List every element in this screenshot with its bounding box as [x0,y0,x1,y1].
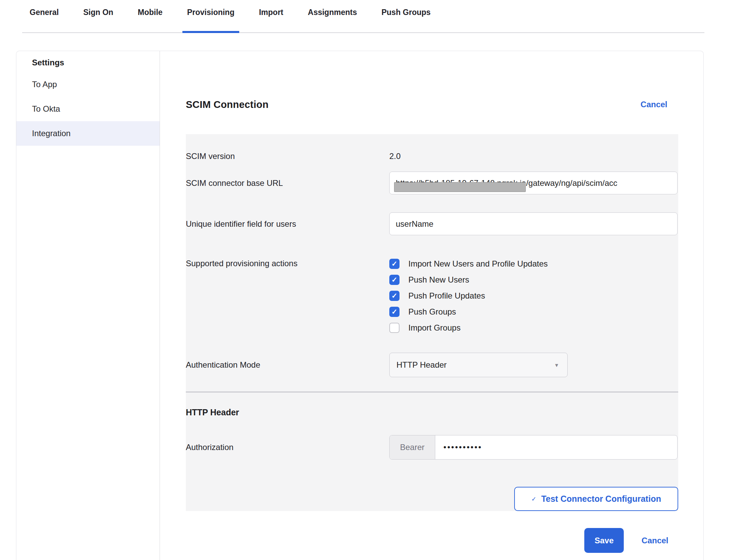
sidebar-item-to-app[interactable]: To App [16,72,160,97]
base-url-value: https://b5bd-185-19-67-148.ngrok.io/gate… [396,178,617,188]
tab-import[interactable]: Import [254,8,288,32]
save-button[interactable]: Save [584,528,624,553]
authentication-mode-label: Authentication Mode [186,360,389,370]
cancel-link-top[interactable]: Cancel [640,100,667,109]
provisioning-card: Settings To App To Okta Integration SCIM… [16,51,704,560]
unique-identifier-input[interactable]: userName [389,212,678,235]
unique-identifier-value: userName [396,219,434,229]
page-title: SCIM Connection [186,99,268,110]
action-import-new-users[interactable]: ✓ Import New Users and Profile Updates [389,256,548,272]
provisioning-actions-list: ✓ Import New Users and Profile Updates ✓… [389,256,548,336]
http-header-title: HTTP Header [186,407,678,417]
checkbox-label: Push New Users [408,275,469,285]
check-icon: ✓ [391,260,397,267]
authentication-mode-value: HTTP Header [396,360,447,370]
checkbox-import-groups[interactable]: ✓ [389,323,400,333]
base-url-label: SCIM connector base URL [186,178,389,188]
bearer-prefix: Bearer [390,435,435,459]
checkbox-push-groups[interactable]: ✓ [389,307,400,317]
checkbox-label: Import Groups [408,323,460,333]
tab-assignments[interactable]: Assignments [303,8,362,32]
heading-row: SCIM Connection Cancel [186,95,667,114]
check-icon: ✓ [391,276,397,283]
tab-mobile[interactable]: Mobile [133,8,167,32]
scim-version-row: SCIM version 2.0 [186,148,678,164]
checkbox-label: Push Profile Updates [408,291,485,301]
settings-sidebar: Settings To App To Okta Integration [16,51,160,560]
checkbox-label: Push Groups [408,307,456,317]
app-tabbar: General Sign On Mobile Provisioning Impo… [22,0,704,33]
authentication-mode-select[interactable]: HTTP Header ▼ [389,353,568,377]
action-push-groups[interactable]: ✓ Push Groups [389,304,548,320]
checkbox-import-new-users[interactable]: ✓ [389,259,400,269]
authorization-label: Authorization [186,443,389,452]
footer-actions: Save Cancel [186,528,678,553]
http-header-panel: HTTP Header Authorization Bearer •••••••… [186,393,678,511]
tab-provisioning[interactable]: Provisioning [182,8,239,32]
sidebar-item-integration[interactable]: Integration [16,121,160,146]
chevron-down-icon: ▼ [554,362,559,368]
checkbox-push-new-users[interactable]: ✓ [389,275,400,285]
scim-version-value: 2.0 [389,151,401,161]
provisioning-actions-label: Supported provisioning actions [186,256,389,268]
tab-sign-on[interactable]: Sign On [79,8,118,32]
cancel-link-bottom[interactable]: Cancel [641,536,668,545]
check-icon: ✓ [391,292,397,299]
check-icon: ✓ [391,308,397,315]
unique-identifier-row: Unique identifier field for users userNa… [186,212,678,235]
authentication-mode-row: Authentication Mode HTTP Header ▼ [186,353,678,377]
sidebar-item-to-okta[interactable]: To Okta [16,97,160,121]
action-push-profile-updates[interactable]: ✓ Push Profile Updates [389,288,548,304]
authorization-input-group: Bearer •••••••••• [389,435,678,460]
scim-connection-main: SCIM Connection Cancel SCIM version 2.0 … [160,51,703,560]
test-connector-configuration-button[interactable]: ✓ Test Connector Configuration [514,487,678,511]
scim-version-label: SCIM version [186,151,389,161]
base-url-row: SCIM connector base URL https://b5bd-185… [186,172,678,194]
provisioning-actions-row: Supported provisioning actions ✓ Import … [186,256,678,336]
check-icon: ✓ [531,495,536,503]
base-url-redacted-segment: https://b5bd-185-19-67-148.ngrok.io [396,178,526,188]
test-button-label: Test Connector Configuration [541,494,661,504]
authorization-row: Authorization Bearer •••••••••• [186,435,678,460]
tab-push-groups[interactable]: Push Groups [377,8,435,32]
base-url-visible-segment: /gateway/ng/api/scim/acc [526,178,617,188]
unique-identifier-label: Unique identifier field for users [186,219,389,229]
app-viewport: General Sign On Mobile Provisioning Impo… [0,0,749,560]
base-url-input[interactable]: https://b5bd-185-19-67-148.ngrok.io/gate… [389,172,678,194]
action-import-groups[interactable]: ✓ Import Groups [389,320,548,336]
tab-general[interactable]: General [25,8,64,32]
sidebar-title: Settings [16,51,160,72]
checkbox-push-profile-updates[interactable]: ✓ [389,291,400,301]
scim-settings-panel: SCIM version 2.0 SCIM connector base URL… [186,134,678,391]
checkbox-label: Import New Users and Profile Updates [408,259,548,269]
action-push-new-users[interactable]: ✓ Push New Users [389,272,548,288]
authorization-token-input[interactable]: •••••••••• [435,435,677,459]
